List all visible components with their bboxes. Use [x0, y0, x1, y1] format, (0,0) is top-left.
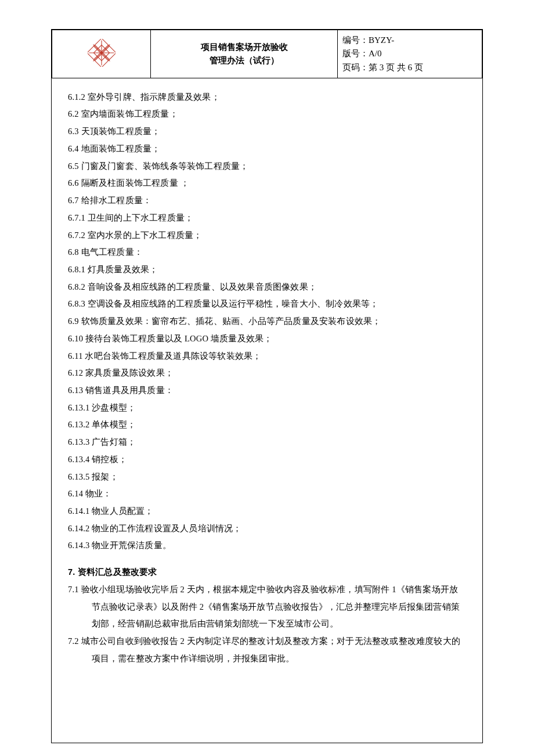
item-number: 6.13 [68, 386, 83, 395]
item-number: 7.1 [68, 585, 79, 594]
item-number: 6.7.2 [68, 231, 85, 240]
item-text: 物业： [83, 489, 111, 498]
item-text: 灯具质量及效果； [85, 265, 158, 274]
item-text: 隔断及柱面装饰工程质量 ； [79, 178, 189, 188]
item-text: 沙盘模型； [89, 403, 136, 412]
code-value: BYZY- [369, 35, 394, 45]
item-number: 6.13.4 [68, 455, 89, 464]
item-number: 6.13.2 [68, 420, 89, 429]
item-number: 7.2 [68, 636, 79, 646]
item-number: 6.13.1 [68, 403, 89, 412]
list-item: 6.13.1 沙盘模型； [68, 399, 466, 417]
list-item: 6.7.2 室内水景的上下水工程质量； [68, 227, 466, 244]
item-number: 6.1.2 [68, 92, 85, 102]
section-7-title: 7. 资料汇总及整改要求 [68, 564, 466, 581]
list-item: 6.9 软饰质量及效果：窗帘布艺、插花、贴画、小品等产品质量及安装布设效果； [68, 313, 466, 330]
version-label: 版号： [342, 49, 369, 58]
item-number: 6.7 [68, 196, 79, 205]
list-item: 6.13.3 广告灯箱； [68, 434, 466, 451]
item-text: 单体模型； [89, 420, 136, 429]
item-number: 6.14.3 [68, 541, 89, 550]
item-number: 6.11 [68, 351, 83, 361]
page-value: 第 3 页 共 6 页 [369, 63, 423, 72]
item-text: 天顶装饰工程质量； [79, 127, 161, 136]
document-page: 项目销售案场开放验收 管理办法（试行） 编号：BYZY- 版号：A/0 页码：第… [51, 29, 483, 743]
header-table: 项目销售案场开放验收 管理办法（试行） 编号：BYZY- 版号：A/0 页码：第… [52, 30, 482, 78]
meta-page: 页码：第 3 页 共 6 页 [342, 61, 477, 74]
list-item: 6.8 电气工程质量： [68, 244, 466, 261]
list-item: 6.14.3 物业开荒保洁质量。 [68, 537, 466, 555]
item-number: 6.10 [68, 334, 83, 343]
meta-code: 编号：BYZY- [342, 34, 477, 47]
list-item: 6.7.1 卫生间的上下水工程质量； [68, 210, 466, 227]
item-text: 广告灯箱； [89, 437, 136, 447]
item-text: 销控板； [89, 455, 127, 464]
item-number: 6.6 [68, 178, 79, 188]
list-item: 6.1.2 室外导引牌、指示牌质量及效果； [68, 89, 466, 106]
list-item: 6.14.1 物业人员配置； [68, 503, 466, 520]
list-item: 6.7 给排水工程质量： [68, 192, 466, 210]
item-text: 接待台装饰工程质量以及 LOGO 墙质量及效果； [83, 334, 272, 343]
list-item: 6.13.5 报架； [68, 469, 466, 486]
item-number: 6.13.3 [68, 437, 89, 447]
section-7-2: 7.2 城市公司自收到验收报告 2 天内制定详尽的整改计划及整改方案；对于无法整… [68, 633, 466, 667]
item-number: 6.8 [68, 247, 79, 257]
item-text: 家具质量及陈设效果； [83, 368, 174, 377]
list-item: 6.8.2 音响设备及相应线路的工程质量、以及效果音质图像效果； [68, 279, 466, 296]
list-item: 6.13.4 销控板； [68, 451, 466, 469]
item-number: 6.2 [68, 109, 79, 118]
logo-icon [88, 39, 116, 67]
item-number: 6.12 [68, 368, 83, 377]
version-value: A/0 [369, 49, 382, 58]
item-text: 验收小组现场验收完毕后 2 天内，根据本规定中验收内容及验收标准，填写附件 1《… [81, 585, 460, 628]
list-item: 6.8.1 灯具质量及效果； [68, 261, 466, 279]
item-text: 销售道具及用具质量： [83, 386, 174, 395]
meta-version: 版号：A/0 [342, 47, 477, 60]
item-text: 物业人员配置； [89, 506, 153, 516]
logo-cell [52, 30, 151, 78]
list-item: 6.5 门窗及门窗套、装饰线条等装饰工程质量； [68, 158, 466, 175]
list-item: 6.13.2 单体模型； [68, 416, 466, 434]
page-label: 页码： [342, 63, 369, 72]
item-text: 室内墙面装饰工程质量； [79, 109, 178, 118]
code-label: 编号： [342, 35, 369, 45]
item-text: 音响设备及相应线路的工程质量、以及效果音质图像效果； [85, 282, 317, 291]
item-text: 给排水工程质量： [79, 196, 151, 205]
item-number: 6.9 [68, 316, 79, 326]
item-text: 室外导引牌、指示牌质量及效果； [85, 92, 220, 102]
list-item: 6.14.2 物业的工作流程设置及人员培训情况； [68, 520, 466, 538]
title-line-1: 项目销售案场开放验收 [156, 41, 333, 54]
title-line-2: 管理办法（试行） [156, 54, 333, 67]
item-number: 6.5 [68, 161, 79, 171]
list-item: 6.11 水吧台装饰工程质量及道具陈设等软装效果； [68, 348, 466, 365]
list-item: 6.3 天顶装饰工程质量； [68, 123, 466, 141]
item-text: 室内水景的上下水工程质量； [85, 231, 202, 240]
item-number: 6.8.2 [68, 282, 85, 291]
list-item: 6.2 室内墙面装饰工程质量； [68, 106, 466, 123]
item-text: 水吧台装饰工程质量及道具陈设等软装效果； [83, 351, 262, 361]
item-number: 6.13.5 [68, 472, 89, 481]
item-text: 报架； [89, 472, 118, 481]
document-title-cell: 项目销售案场开放验收 管理办法（试行） [151, 30, 338, 78]
list-item: 6.4 地面装饰工程质量； [68, 141, 466, 158]
item-number: 6.14.1 [68, 506, 89, 516]
item-number: 6.3 [68, 127, 79, 136]
item-text: 空调设备及相应线路的工程质量以及运行平稳性，噪音大小、制冷效果等； [85, 299, 378, 308]
item-number: 6.8.3 [68, 299, 85, 308]
item-text: 城市公司自收到验收报告 2 天内制定详尽的整改计划及整改方案；对于无法整改或整改… [81, 636, 461, 663]
section-7-1: 7.1 验收小组现场验收完毕后 2 天内，根据本规定中验收内容及验收标准，填写附… [68, 581, 466, 633]
item-number: 6.4 [68, 144, 79, 153]
item-text: 软饰质量及效果：窗帘布艺、插花、贴画、小品等产品质量及安装布设效果； [79, 316, 381, 326]
item-text: 电气工程质量： [79, 247, 143, 257]
list-item: 6.10 接待台装饰工程质量以及 LOGO 墙质量及效果； [68, 330, 466, 348]
list-item: 6.8.3 空调设备及相应线路的工程质量以及运行平稳性，噪音大小、制冷效果等； [68, 296, 466, 313]
item-text: 物业的工作流程设置及人员培训情况； [89, 524, 241, 533]
item-number: 6.8.1 [68, 265, 85, 274]
list-item: 6.14 物业： [68, 485, 466, 503]
item-number: 6.14 [68, 489, 83, 498]
content-body: 6.1.2 室外导引牌、指示牌质量及效果；6.2 室内墙面装饰工程质量；6.3 … [52, 78, 482, 668]
item-text: 门窗及门窗套、装饰线条等装饰工程质量； [79, 161, 249, 171]
item-number: 6.7.1 [68, 213, 85, 222]
list-item: 6.12 家具质量及陈设效果； [68, 365, 466, 382]
item-number: 6.14.2 [68, 524, 89, 533]
